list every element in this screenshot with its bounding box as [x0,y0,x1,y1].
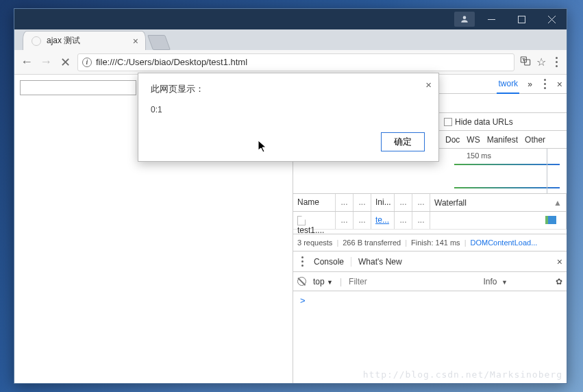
browser-window: ajax 测试 × ← → ✕ i file:///C:/Users/biao/… [14,8,567,384]
col-initiator[interactable]: Ini... [371,194,395,211]
drawer-close-icon[interactable]: × [557,256,562,267]
tab-close-icon[interactable]: × [133,36,138,47]
col-gap4[interactable]: ... [412,194,430,211]
console-prompt: > [300,295,306,306]
timeline-bar [454,164,560,165]
back-button[interactable]: ← [20,55,34,69]
timeline-tick: 150 ms [467,151,491,160]
browser-menu-button[interactable] [551,57,561,67]
alert-ok-button[interactable]: 确定 [381,132,425,151]
translate-icon[interactable] [520,56,531,69]
log-level-selector[interactable]: Info ▼ [483,277,508,286]
tab-network[interactable]: twork [497,75,519,94]
col-gap1[interactable]: ... [336,194,353,211]
console-settings-icon[interactable]: ✿ [556,277,562,286]
alert-title: 此网页显示： [151,83,426,95]
window-titlebar [14,9,567,29]
console-toolbar: top ▼ | Info ▼ ✿ [293,272,567,291]
close-window-button[interactable] [536,9,567,29]
svg-rect-1 [518,16,525,23]
alert-close-icon[interactable]: × [425,79,432,90]
drawer-tab-whatsnew[interactable]: What's New [358,257,402,267]
network-request-row[interactable]: test1.... ... ... te... ... ... [293,212,567,230]
alert-message: 0:1 [151,105,426,114]
watermark-text: http://blog.csdn.net/Marksinoberg [363,369,562,380]
console-filter-input[interactable] [349,277,451,286]
address-bar[interactable]: i file:///C:/Users/biao/Desktop/test1.ht… [77,53,514,71]
filter-ws[interactable]: WS [467,135,480,145]
timeline-bar-2 [454,187,560,188]
status-dcl: DOMContentLoad... [470,238,537,247]
drawer-menu-button[interactable] [297,256,307,267]
clear-console-icon[interactable] [297,277,306,286]
drawer-tab-console[interactable]: Console [314,257,351,267]
status-requests: 3 requests [297,238,332,247]
context-selector[interactable]: top ▼ [313,277,333,286]
minimize-button[interactable] [476,9,506,29]
url-text: file:///C:/Users/biao/Desktop/test1.html [96,57,247,67]
tab-more[interactable]: » [526,77,534,92]
devtools-close-icon[interactable]: × [557,79,562,90]
sort-icon: ▲ [554,198,562,208]
js-alert-dialog: × 此网页显示： 0:1 确定 [138,73,439,162]
col-waterfall[interactable]: Waterfall ▲ [430,194,567,211]
devtools-menu-button[interactable] [541,79,550,89]
file-icon [297,216,306,225]
tab-title: ajax 测试 [47,35,80,47]
site-info-icon[interactable]: i [82,58,92,67]
network-status-bar: 3 requests | 266 B transferred | Finish:… [293,234,567,252]
filter-manifest[interactable]: Manifest [487,135,518,145]
svg-rect-0 [488,19,495,20]
filter-doc[interactable]: Doc [445,135,460,145]
toolbar: ← → ✕ i file:///C:/Users/biao/Desktop/te… [14,50,567,75]
profile-icon[interactable] [454,12,475,27]
maximize-button[interactable] [506,9,536,29]
status-transferred: 266 B transferred [343,238,401,247]
timeline-divider [547,149,547,193]
new-tab-button[interactable] [147,35,171,50]
bookmark-star-icon[interactable]: ☆ [536,56,546,69]
stop-reload-button[interactable]: ✕ [58,55,72,70]
status-finish: Finish: 141 ms [411,238,460,247]
col-gap3[interactable]: ... [395,194,412,211]
page-text-input[interactable] [20,80,136,95]
browser-tab[interactable]: ajax 测试 × [23,31,146,50]
network-table-header: Name ... ... Ini... ... ... Waterfall ▲ [293,194,567,212]
forward-button: → [39,55,53,69]
drawer-tabs: Console What's New × [293,252,567,272]
col-name[interactable]: Name [293,194,336,211]
favicon-icon [32,36,41,46]
tab-strip: ajax 测试 × [14,29,567,50]
hide-data-urls-checkbox[interactable]: Hide data URLs [444,117,513,127]
waterfall-bar [548,216,556,224]
filter-other[interactable]: Other [525,135,545,145]
col-gap2[interactable]: ... [353,194,371,211]
